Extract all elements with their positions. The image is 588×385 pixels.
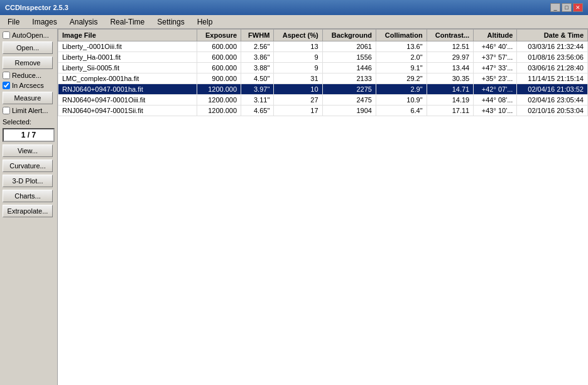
reduce-checkbox[interactable] — [3, 72, 10, 79]
limit-alert-label: Limit Alert... — [12, 107, 48, 114]
reduce-row[interactable]: Reduce... — [3, 72, 55, 79]
table-row[interactable]: LMC_complex-0001ha.fit900.0004.50"312133… — [58, 73, 588, 84]
auto-open-label: AutoOpen... — [12, 31, 49, 39]
limit-alert-checkbox[interactable] — [3, 107, 10, 114]
view-button[interactable]: View... — [3, 144, 53, 157]
table-row[interactable]: RNJ0640+0947-0001ha.fit1200.0003.97"1022… — [58, 84, 588, 95]
col-altitude[interactable]: Altitude — [474, 30, 517, 41]
table-row[interactable]: Liberty_-0001Oiii.fit600.0002.56"1320611… — [58, 41, 588, 52]
col-contrast[interactable]: Contrast... — [427, 30, 474, 41]
menu-realtime[interactable]: Real-Time — [105, 16, 150, 28]
sidebar: AutoOpen... Open... Remove Reduce... In … — [0, 29, 58, 385]
plot3d-button[interactable]: 3-D Plot... — [3, 175, 53, 187]
col-datetime[interactable]: Date & Time — [517, 30, 588, 41]
auto-open-checkbox[interactable] — [3, 31, 10, 39]
minimize-button[interactable]: _ — [550, 3, 560, 12]
app-title: CCDInspector 2.5.3 — [5, 4, 68, 11]
maximize-button[interactable]: □ — [562, 3, 572, 12]
in-arcsecs-checkbox[interactable] — [3, 82, 10, 89]
data-table: Image File Exposure FWHM Aspect (%) Back… — [58, 29, 588, 116]
close-button[interactable]: ✕ — [573, 3, 583, 12]
col-background[interactable]: Background — [322, 30, 376, 41]
curvature-button[interactable]: Curvature... — [3, 160, 53, 172]
auto-open-row[interactable]: AutoOpen... — [3, 31, 55, 39]
title-bar: CCDInspector 2.5.3 _ □ ✕ — [0, 0, 588, 15]
open-button[interactable]: Open... — [3, 41, 53, 54]
main-layout: AutoOpen... Open... Remove Reduce... In … — [0, 29, 588, 385]
col-exposure[interactable]: Exposure — [197, 30, 241, 41]
menu-images[interactable]: Images — [27, 16, 62, 28]
table-header-row: Image File Exposure FWHM Aspect (%) Back… — [58, 30, 588, 41]
selected-label: Selected: — [3, 118, 55, 126]
col-fwhm[interactable]: FWHM — [241, 30, 274, 41]
charts-button[interactable]: Charts... — [3, 190, 53, 202]
menu-settings[interactable]: Settings — [152, 16, 189, 28]
extrapolate-button[interactable]: Extrapolate... — [3, 205, 53, 217]
col-aspect[interactable]: Aspect (%) — [274, 30, 322, 41]
in-arcsecs-label: In Arcsecs — [12, 82, 44, 89]
remove-button[interactable]: Remove — [3, 57, 53, 69]
col-image-file[interactable]: Image File — [58, 30, 197, 41]
table-row[interactable]: RNJ0640+0947-0001Oiii.fit1200.0003.11"27… — [58, 95, 588, 106]
menu-analysis[interactable]: Analysis — [65, 16, 103, 28]
limit-alert-row[interactable]: Limit Alert... — [3, 107, 55, 114]
table-row[interactable]: RNJ0640+0947-0001Sii.fit1200.0004.65"171… — [58, 106, 588, 116]
menu-help[interactable]: Help — [192, 16, 218, 28]
menu-file[interactable]: File — [3, 16, 24, 28]
content-area: Image File Exposure FWHM Aspect (%) Back… — [58, 29, 588, 385]
col-collimation[interactable]: Collimation — [376, 30, 427, 41]
measure-button[interactable]: Measure — [3, 92, 53, 104]
reduce-label: Reduce... — [12, 72, 41, 79]
table-row[interactable]: Liberty_Ha-0001.fit600.0003.86"915562.0"… — [58, 52, 588, 63]
window-controls: _ □ ✕ — [550, 3, 583, 12]
selected-value: 1 / 7 — [3, 128, 55, 142]
in-arcsecs-row[interactable]: In Arcsecs — [3, 82, 55, 89]
menu-bar: File Images Analysis Real-Time Settings … — [0, 15, 588, 29]
table-row[interactable]: Liberty_Sii-0005.fit600.0003.88"914469.1… — [58, 63, 588, 73]
